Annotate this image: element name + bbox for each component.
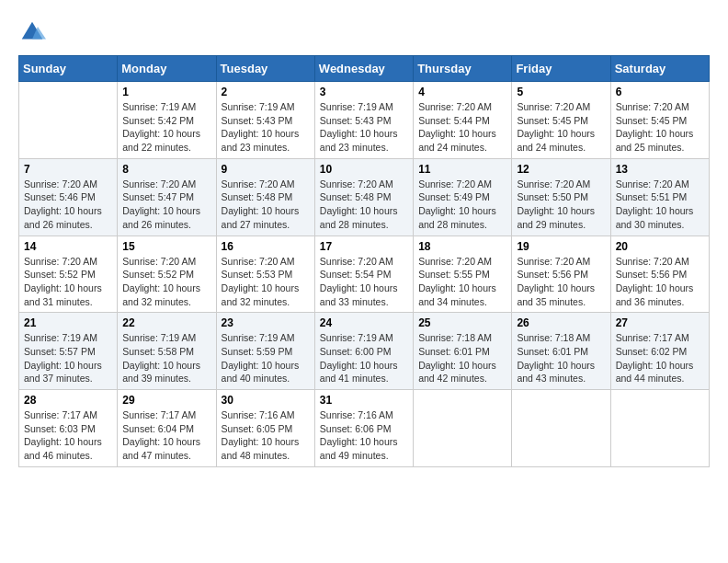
calendar-cell: 27 Sunrise: 7:17 AMSunset: 6:02 PMDaylig…: [610, 313, 709, 390]
calendar-cell: 16 Sunrise: 7:20 AMSunset: 5:53 PMDaylig…: [216, 236, 314, 313]
calendar-cell: [610, 390, 709, 467]
day-detail: Sunrise: 7:20 AMSunset: 5:54 PMDaylight:…: [320, 255, 408, 309]
column-header-wednesday: Wednesday: [314, 56, 413, 82]
day-number: 21: [24, 316, 112, 329]
calendar-cell: 3 Sunrise: 7:19 AMSunset: 5:43 PMDayligh…: [314, 82, 413, 159]
day-number: 23: [222, 316, 310, 329]
calendar-cell: [512, 390, 610, 467]
calendar-cell: 15 Sunrise: 7:20 AMSunset: 5:52 PMDaylig…: [118, 236, 216, 313]
column-header-sunday: Sunday: [19, 56, 118, 82]
logo-icon: [18, 18, 46, 46]
column-header-friday: Friday: [512, 56, 610, 82]
day-detail: Sunrise: 7:20 AMSunset: 5:46 PMDaylight:…: [24, 178, 112, 232]
calendar-cell: 8 Sunrise: 7:20 AMSunset: 5:47 PMDayligh…: [118, 158, 216, 236]
column-header-monday: Monday: [118, 56, 216, 82]
calendar-cell: 1 Sunrise: 7:19 AMSunset: 5:42 PMDayligh…: [118, 82, 216, 159]
column-header-saturday: Saturday: [610, 56, 709, 82]
day-detail: Sunrise: 7:20 AMSunset: 5:50 PMDaylight:…: [517, 178, 605, 232]
day-number: 19: [517, 240, 605, 253]
day-detail: Sunrise: 7:20 AMSunset: 5:53 PMDaylight:…: [222, 255, 310, 309]
day-detail: Sunrise: 7:20 AMSunset: 5:45 PMDaylight:…: [517, 100, 605, 155]
column-header-thursday: Thursday: [414, 56, 512, 82]
day-detail: Sunrise: 7:20 AMSunset: 5:47 PMDaylight:…: [122, 178, 210, 232]
day-number: 20: [616, 240, 704, 253]
calendar-cell: 30 Sunrise: 7:16 AMSunset: 6:05 PMDaylig…: [216, 390, 314, 467]
day-number: 27: [616, 316, 704, 329]
calendar-cell: 23 Sunrise: 7:19 AMSunset: 5:59 PMDaylig…: [216, 313, 314, 390]
day-detail: Sunrise: 7:20 AMSunset: 5:51 PMDaylight:…: [616, 178, 704, 232]
day-detail: Sunrise: 7:16 AMSunset: 6:06 PMDaylight:…: [320, 408, 408, 463]
calendar-cell: 24 Sunrise: 7:19 AMSunset: 6:00 PMDaylig…: [314, 313, 413, 390]
day-number: 15: [122, 240, 210, 253]
day-number: 25: [418, 316, 506, 329]
day-number: 5: [517, 86, 605, 98]
day-number: 7: [24, 163, 112, 176]
day-detail: Sunrise: 7:20 AMSunset: 5:55 PMDaylight:…: [418, 255, 506, 309]
calendar-cell: 14 Sunrise: 7:20 AMSunset: 5:52 PMDaylig…: [19, 236, 118, 313]
day-detail: Sunrise: 7:19 AMSunset: 6:00 PMDaylight:…: [320, 331, 408, 385]
day-detail: Sunrise: 7:20 AMSunset: 5:52 PMDaylight:…: [24, 255, 112, 309]
day-number: 22: [122, 316, 210, 329]
day-number: 1: [122, 86, 210, 98]
day-detail: Sunrise: 7:20 AMSunset: 5:44 PMDaylight:…: [418, 100, 506, 155]
day-number: 10: [320, 163, 408, 176]
day-detail: Sunrise: 7:20 AMSunset: 5:56 PMDaylight:…: [517, 255, 605, 309]
day-number: 28: [24, 394, 112, 407]
calendar-cell: 26 Sunrise: 7:18 AMSunset: 6:01 PMDaylig…: [512, 313, 610, 390]
day-detail: Sunrise: 7:18 AMSunset: 6:01 PMDaylight:…: [517, 331, 605, 385]
calendar-cell: 19 Sunrise: 7:20 AMSunset: 5:56 PMDaylig…: [512, 236, 610, 313]
day-detail: Sunrise: 7:19 AMSunset: 5:57 PMDaylight:…: [24, 331, 112, 385]
day-number: 14: [24, 240, 112, 253]
day-number: 16: [222, 240, 310, 253]
calendar-cell: [19, 82, 118, 159]
calendar-week-2: 7 Sunrise: 7:20 AMSunset: 5:46 PMDayligh…: [19, 158, 710, 236]
calendar-header-row: SundayMondayTuesdayWednesdayThursdayFrid…: [19, 56, 710, 82]
day-number: 30: [222, 394, 310, 407]
day-number: 31: [320, 394, 408, 407]
calendar-cell: 25 Sunrise: 7:18 AMSunset: 6:01 PMDaylig…: [414, 313, 512, 390]
calendar-week-3: 14 Sunrise: 7:20 AMSunset: 5:52 PMDaylig…: [19, 236, 710, 313]
calendar-cell: 20 Sunrise: 7:20 AMSunset: 5:56 PMDaylig…: [610, 236, 709, 313]
day-detail: Sunrise: 7:20 AMSunset: 5:52 PMDaylight:…: [122, 255, 210, 309]
calendar-cell: 5 Sunrise: 7:20 AMSunset: 5:45 PMDayligh…: [512, 82, 610, 159]
day-number: 17: [320, 240, 408, 253]
calendar-cell: 13 Sunrise: 7:20 AMSunset: 5:51 PMDaylig…: [610, 158, 709, 236]
day-number: 13: [616, 163, 704, 176]
calendar-week-4: 21 Sunrise: 7:19 AMSunset: 5:57 PMDaylig…: [19, 313, 710, 390]
day-number: 2: [222, 86, 310, 98]
day-number: 6: [616, 86, 704, 98]
day-detail: Sunrise: 7:16 AMSunset: 6:05 PMDaylight:…: [222, 408, 310, 463]
day-number: 3: [320, 86, 408, 98]
calendar-cell: 21 Sunrise: 7:19 AMSunset: 5:57 PMDaylig…: [19, 313, 118, 390]
calendar-cell: 6 Sunrise: 7:20 AMSunset: 5:45 PMDayligh…: [610, 82, 709, 159]
day-number: 18: [418, 240, 506, 253]
calendar-cell: 29 Sunrise: 7:17 AMSunset: 6:04 PMDaylig…: [118, 390, 216, 467]
calendar-cell: 22 Sunrise: 7:19 AMSunset: 5:58 PMDaylig…: [118, 313, 216, 390]
day-number: 29: [122, 394, 210, 407]
day-detail: Sunrise: 7:19 AMSunset: 5:43 PMDaylight:…: [320, 100, 408, 155]
calendar-cell: 2 Sunrise: 7:19 AMSunset: 5:43 PMDayligh…: [216, 82, 314, 159]
day-detail: Sunrise: 7:20 AMSunset: 5:56 PMDaylight:…: [616, 255, 704, 309]
day-detail: Sunrise: 7:17 AMSunset: 6:04 PMDaylight:…: [122, 408, 210, 463]
day-detail: Sunrise: 7:19 AMSunset: 5:58 PMDaylight:…: [122, 331, 210, 385]
calendar-cell: 10 Sunrise: 7:20 AMSunset: 5:48 PMDaylig…: [314, 158, 413, 236]
day-detail: Sunrise: 7:20 AMSunset: 5:48 PMDaylight:…: [320, 178, 408, 232]
day-detail: Sunrise: 7:19 AMSunset: 5:43 PMDaylight:…: [222, 100, 310, 155]
day-number: 12: [517, 163, 605, 176]
calendar-cell: 9 Sunrise: 7:20 AMSunset: 5:48 PMDayligh…: [216, 158, 314, 236]
calendar-cell: 12 Sunrise: 7:20 AMSunset: 5:50 PMDaylig…: [512, 158, 610, 236]
calendar-cell: 4 Sunrise: 7:20 AMSunset: 5:44 PMDayligh…: [414, 82, 512, 159]
day-detail: Sunrise: 7:20 AMSunset: 5:48 PMDaylight:…: [222, 178, 310, 232]
calendar-week-1: 1 Sunrise: 7:19 AMSunset: 5:42 PMDayligh…: [19, 82, 710, 159]
day-detail: Sunrise: 7:20 AMSunset: 5:49 PMDaylight:…: [418, 178, 506, 232]
calendar-cell: 31 Sunrise: 7:16 AMSunset: 6:06 PMDaylig…: [314, 390, 413, 467]
calendar-table: SundayMondayTuesdayWednesdayThursdayFrid…: [18, 55, 710, 467]
calendar-cell: [414, 390, 512, 467]
day-number: 9: [222, 163, 310, 176]
day-detail: Sunrise: 7:17 AMSunset: 6:03 PMDaylight:…: [24, 408, 112, 463]
day-detail: Sunrise: 7:18 AMSunset: 6:01 PMDaylight:…: [418, 331, 506, 385]
calendar-cell: 17 Sunrise: 7:20 AMSunset: 5:54 PMDaylig…: [314, 236, 413, 313]
day-detail: Sunrise: 7:19 AMSunset: 5:42 PMDaylight:…: [122, 100, 210, 155]
day-number: 26: [517, 316, 605, 329]
page-header: [18, 18, 710, 46]
